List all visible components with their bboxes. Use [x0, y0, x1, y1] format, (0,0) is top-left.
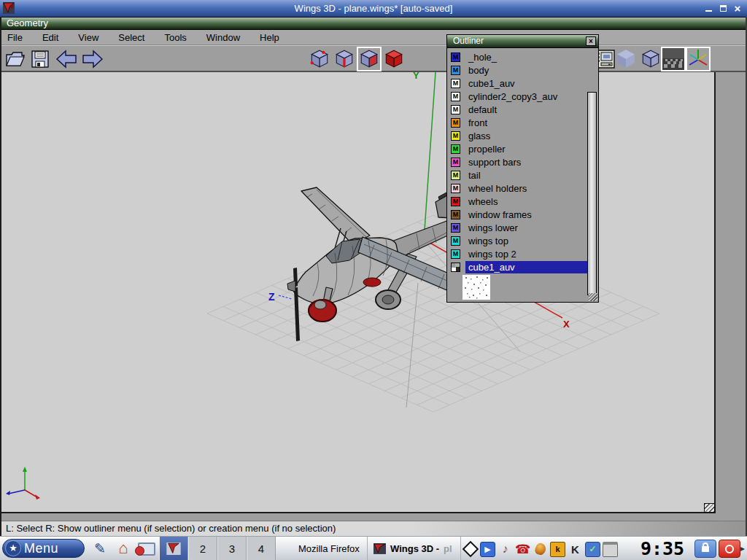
modem-tray-icon[interactable]: ☎: [515, 542, 530, 557]
menu-item[interactable]: Select: [118, 32, 144, 43]
outliner-item[interactable]: M cube1_auv: [447, 77, 587, 90]
volume-tray-icon[interactable]: ♪: [498, 542, 513, 557]
klipper-tray-icon[interactable]: k: [550, 542, 565, 557]
display-settings-icon[interactable]: [137, 540, 156, 558]
show-groundplane-toggle-button[interactable]: [662, 48, 684, 70]
outliner-panel[interactable]: Outliner × M _hole_ M body M cube1_auv M…: [446, 34, 599, 303]
material-swatch-icon: M: [451, 249, 460, 259]
outliner-item[interactable]: M _hole_: [447, 50, 587, 63]
outliner-item[interactable]: M wings lower: [447, 221, 587, 234]
maximize-button[interactable]: [718, 4, 728, 13]
home-icon[interactable]: ⌂: [114, 540, 133, 558]
network-monitor-tray-icon[interactable]: ✓: [585, 542, 600, 557]
window-titlebar[interactable]: Wings 3D - plane.wings* [auto-saved] ×: [0, 0, 747, 17]
material-swatch-icon: M: [451, 210, 460, 219]
outliner-resize-grip[interactable]: [589, 293, 597, 301]
outliner-item[interactable]: M front: [447, 116, 587, 129]
outliner-item-label: body: [465, 64, 492, 77]
outliner-item[interactable]: M cylinder2_copy3_auv: [447, 90, 587, 103]
geometry-viewport[interactable]: Y X Z: [0, 72, 716, 513]
outliner-item[interactable]: M propeller: [447, 142, 587, 155]
texture-preview-thumbnail[interactable]: [462, 275, 490, 300]
menu-item[interactable]: Help: [260, 32, 279, 43]
material-swatch-icon: M: [451, 158, 460, 167]
logout-button[interactable]: [719, 540, 740, 558]
menu-item[interactable]: Window: [206, 32, 240, 43]
outliner-item[interactable]: cube1_auv: [447, 260, 587, 273]
flat-shaded-toggle-button[interactable]: [640, 48, 662, 70]
outliner-item[interactable]: M glass: [447, 129, 587, 142]
pager-desktop[interactable]: 1: [159, 537, 188, 560]
taskbar-clock[interactable]: 9:35: [633, 538, 692, 559]
material-swatch-icon: M: [451, 92, 460, 101]
vertex-select-mode-button[interactable]: [309, 48, 330, 70]
face-select-mode-button[interactable]: [358, 48, 380, 70]
propeller-spinner: [287, 281, 295, 292]
menu-item[interactable]: File: [7, 32, 23, 43]
material-swatch-icon: M: [451, 144, 460, 154]
pager-desktop[interactable]: 2: [188, 537, 217, 560]
outliner-item[interactable]: M tail: [447, 168, 587, 182]
material-swatch-icon: [451, 262, 460, 272]
menu-bar: File Edit View Select Tools Window Help: [0, 30, 747, 45]
edge-select-mode-button[interactable]: [333, 48, 355, 70]
material-swatch-icon: M: [451, 197, 460, 206]
desktop-edit-icon[interactable]: ✎: [90, 540, 109, 558]
smooth-shaded-toggle-button[interactable]: [615, 48, 637, 70]
geometry-window-bar[interactable]: Geometry: [0, 17, 747, 30]
save-button[interactable]: [29, 48, 51, 70]
window-border: [0, 17, 1, 536]
outliner-item-label: front: [465, 117, 490, 129]
outliner-item[interactable]: M window frames: [447, 208, 587, 221]
task-wings3d[interactable]: Wings 3D - pl: [368, 537, 461, 560]
print-monitor-tray-icon[interactable]: [603, 542, 618, 557]
outliner-item-label: cylinder2_copy3_auv: [465, 90, 560, 103]
outliner-close-button[interactable]: ×: [586, 36, 596, 46]
outliner-title: Outliner: [453, 36, 484, 46]
menu-item[interactable]: View: [78, 32, 98, 43]
close-button[interactable]: ×: [732, 4, 743, 13]
power-icon: [725, 545, 734, 553]
screen-capture-tray-icon[interactable]: ▶: [480, 542, 495, 557]
open-button[interactable]: [4, 48, 26, 70]
floppy-tray-icon[interactable]: [462, 542, 478, 557]
wings3d-icon: [166, 542, 181, 555]
lock-session-button[interactable]: [694, 540, 716, 558]
show-axes-toggle-button[interactable]: [687, 48, 709, 70]
taskbar: ★ Menu ✎ ⌂ 1 2 3 4: [0, 536, 747, 560]
status-bar: L: Select R: Show outliner menu (if sele…: [0, 521, 747, 536]
outliner-item-label: wheel holders: [465, 182, 530, 195]
pager-desktop[interactable]: 4: [247, 537, 276, 560]
pager-desktop[interactable]: 3: [217, 537, 247, 560]
k-menu-button[interactable]: ★ Menu: [2, 539, 85, 558]
material-swatch-icon: M: [451, 171, 460, 180]
system-tray: ▶ ♪ ☎ k K ✓: [462, 540, 618, 558]
outliner-item[interactable]: M body: [447, 63, 587, 77]
kde-tray-icon[interactable]: K: [568, 542, 583, 557]
minimize-button[interactable]: [703, 4, 713, 13]
task-mozilla-firefox[interactable]: Mozilla Firefox: [276, 537, 368, 560]
outliner-titlebar[interactable]: Outliner: [447, 35, 598, 48]
outliner-item-label: window frames: [465, 209, 535, 221]
viewport-resize-grip[interactable]: [704, 503, 715, 513]
toolbar: [0, 45, 747, 72]
body-select-mode-button[interactable]: [383, 48, 405, 70]
status-text: L: Select R: Show outliner menu (if sele…: [6, 523, 336, 534]
taskbar-overflow-arrow[interactable]: ▸: [740, 543, 745, 553]
outliner-item[interactable]: M wheels: [447, 195, 587, 208]
mini-axes-indicator: [6, 467, 40, 499]
x-axis-label: X: [563, 319, 570, 330]
outliner-item[interactable]: M support bars: [447, 155, 587, 168]
material-swatch-icon: M: [451, 131, 460, 141]
java-bean-tray-icon[interactable]: [533, 542, 548, 557]
outliner-scrollbar[interactable]: [587, 92, 597, 295]
undo-button[interactable]: [55, 48, 77, 70]
outliner-item[interactable]: M default: [447, 103, 587, 116]
menu-item[interactable]: Tools: [164, 32, 186, 43]
material-swatch-icon: M: [451, 236, 460, 246]
outliner-item[interactable]: M wings top: [447, 234, 587, 247]
outliner-item[interactable]: M wings top 2: [447, 247, 587, 260]
redo-button[interactable]: [82, 48, 104, 70]
outliner-item[interactable]: M wheel holders: [447, 182, 587, 195]
menu-item[interactable]: Edit: [42, 32, 58, 43]
